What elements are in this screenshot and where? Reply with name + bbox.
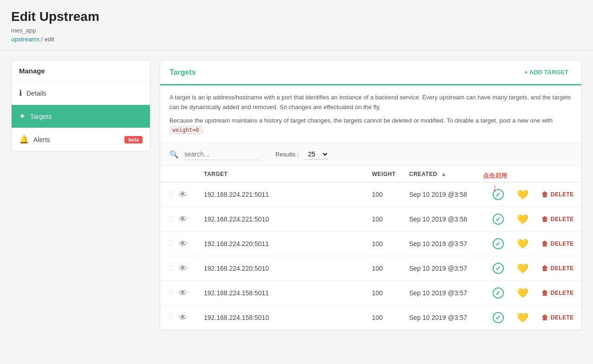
table-row: ♡ 👁 192.168.224.221:5010100Sep 10 2019 @…	[160, 207, 581, 232]
favorite-icon[interactable]: ♡	[167, 214, 174, 224]
breadcrumb-link[interactable]: upstreams	[11, 36, 39, 43]
heart-status-cell[interactable]: 💛	[510, 182, 535, 207]
heart-status-icon[interactable]: 💛	[517, 214, 528, 224]
heart-status-cell[interactable]: 💛	[510, 207, 535, 232]
view-icon[interactable]: 👁	[179, 190, 187, 200]
heart-status-icon[interactable]: 💛	[517, 239, 528, 249]
weight-cell: 100	[365, 306, 403, 330]
row-actions-cell: ♡ 👁	[160, 207, 197, 232]
status-cell[interactable]: ✔	[486, 306, 510, 330]
col-header-weight: WEIGHT	[365, 166, 403, 182]
favorite-icon[interactable]: ♡	[167, 312, 174, 323]
table-row: ♡ 👁 192.168.224.158:5010100Sep 10 2019 @…	[160, 306, 581, 330]
sidebar: Manage ℹ Details ✦ Targets 🔔 Alerts beta	[11, 60, 150, 151]
target-icon: ✦	[19, 111, 26, 121]
heart-status-cell[interactable]: 💛	[510, 281, 535, 306]
sidebar-heading: Manage	[12, 60, 150, 82]
heart-status-cell[interactable]: 💛	[510, 256, 535, 281]
weight-cell: 100	[365, 232, 403, 256]
delete-button[interactable]: 🗑 DELETE	[541, 215, 574, 223]
view-icon[interactable]: 👁	[179, 239, 187, 249]
panel-title: Targets	[169, 68, 196, 77]
sidebar-item-alerts[interactable]: 🔔 Alerts beta	[12, 128, 150, 151]
trash-icon: 🗑	[541, 191, 548, 198]
heart-status-cell[interactable]: 💛	[510, 306, 535, 330]
status-cell[interactable]: ✔	[486, 256, 510, 281]
view-icon[interactable]: 👁	[179, 264, 187, 273]
delete-button[interactable]: 🗑 DELETE	[541, 265, 574, 272]
col-header-heart	[510, 166, 535, 182]
description: A target is an ip address/hostname with …	[160, 85, 581, 143]
delete-button[interactable]: 🗑 DELETE	[541, 191, 574, 198]
search-input[interactable]	[184, 149, 259, 160]
status-check-icon[interactable]: ✔	[493, 189, 504, 200]
heart-status-icon[interactable]: 💛	[517, 312, 528, 323]
row-actions-cell: ♡ 👁	[160, 256, 197, 281]
status-check-icon[interactable]: ✔	[493, 312, 504, 323]
col-header-target: TARGET	[197, 166, 365, 182]
heart-status-icon[interactable]: 💛	[517, 263, 528, 273]
status-check-icon[interactable]: ✔	[493, 287, 504, 299]
view-icon[interactable]: 👁	[179, 313, 187, 323]
weight-cell: 100	[365, 207, 403, 232]
delete-cell: 🗑 DELETE	[535, 182, 581, 207]
heart-status-icon[interactable]: 💛	[517, 288, 528, 298]
sidebar-item-details-label: Details	[26, 90, 46, 97]
trash-icon: 🗑	[541, 240, 548, 247]
search-icon: 🔍	[169, 150, 179, 159]
delete-button[interactable]: 🗑 DELETE	[541, 240, 574, 247]
sort-arrow-icon: ▲	[441, 171, 446, 177]
beta-badge: beta	[124, 136, 143, 143]
row-actions-cell: ♡ 👁	[160, 306, 197, 330]
table-row: ♡ 👁 192.168.224.158:5011100Sep 10 2019 @…	[160, 281, 581, 306]
created-cell: Sep 10 2019 @3:57	[403, 306, 486, 330]
favorite-icon[interactable]: ♡	[167, 189, 174, 200]
app-name: mes_app	[11, 27, 582, 34]
weight-cell: 100	[365, 256, 403, 281]
view-icon[interactable]: 👁	[179, 214, 187, 224]
status-check-icon[interactable]: ✔	[493, 238, 504, 249]
favorite-icon[interactable]: ♡	[167, 239, 174, 249]
delete-cell: 🗑 DELETE	[535, 281, 581, 306]
col-header-actions	[160, 166, 197, 182]
status-check-icon[interactable]: ✔	[493, 263, 504, 274]
heart-status-icon[interactable]: 💛	[517, 189, 528, 200]
description-para1: A target is an ip address/hostname with …	[169, 93, 572, 112]
page-title: Edit Upstream	[11, 9, 582, 24]
row-actions-cell: ♡ 👁	[160, 182, 197, 207]
target-cell: 192.168.224.221:5011	[197, 182, 365, 207]
trash-icon: 🗑	[541, 314, 548, 321]
delete-button[interactable]: 🗑 DELETE	[541, 289, 574, 297]
weight-cell: 100	[365, 182, 403, 207]
results-select[interactable]: 25 50 100	[305, 149, 329, 160]
target-cell: 192.168.224.220:5011	[197, 232, 365, 256]
sidebar-item-targets-label: Targets	[30, 113, 52, 120]
delete-button[interactable]: 🗑 DELETE	[541, 314, 574, 321]
delete-cell: 🗑 DELETE	[535, 207, 581, 232]
sidebar-item-details[interactable]: ℹ Details	[12, 82, 150, 105]
favorite-icon[interactable]: ♡	[167, 288, 174, 298]
status-check-icon[interactable]: ✔	[493, 214, 504, 225]
description-para2-end: .	[202, 126, 204, 133]
target-cell: 192.168.224.158:5011	[197, 281, 365, 306]
status-cell[interactable]: ✔	[486, 182, 510, 207]
description-para2-text: Because the upstream maintains a history…	[169, 117, 553, 124]
table-row: ♡ 👁 192.168.224.220:5011100Sep 10 2019 @…	[160, 232, 581, 256]
search-bar: 🔍 Results : 25 50 100	[160, 143, 581, 166]
col-header-created[interactable]: CREATED ▲	[403, 166, 486, 182]
sidebar-item-alerts-label: Alerts	[33, 136, 50, 143]
content-panel: Targets + ADD TARGET A target is an ip a…	[160, 60, 582, 330]
view-icon[interactable]: 👁	[179, 288, 187, 298]
main-layout: Manage ℹ Details ✦ Targets 🔔 Alerts beta…	[0, 51, 593, 339]
sidebar-item-targets[interactable]: ✦ Targets	[12, 105, 150, 128]
status-cell[interactable]: ✔	[486, 207, 510, 232]
status-cell[interactable]: ✔	[486, 281, 510, 306]
delete-cell: 🗑 DELETE	[535, 232, 581, 256]
favorite-icon[interactable]: ♡	[167, 263, 174, 273]
delete-cell: 🗑 DELETE	[535, 306, 581, 330]
add-target-button[interactable]: + ADD TARGET	[521, 67, 572, 78]
status-cell[interactable]: ✔	[486, 232, 510, 256]
heart-status-cell[interactable]: 💛	[510, 232, 535, 256]
col-header-status	[486, 166, 510, 182]
code-inline: weight=0	[169, 126, 202, 134]
